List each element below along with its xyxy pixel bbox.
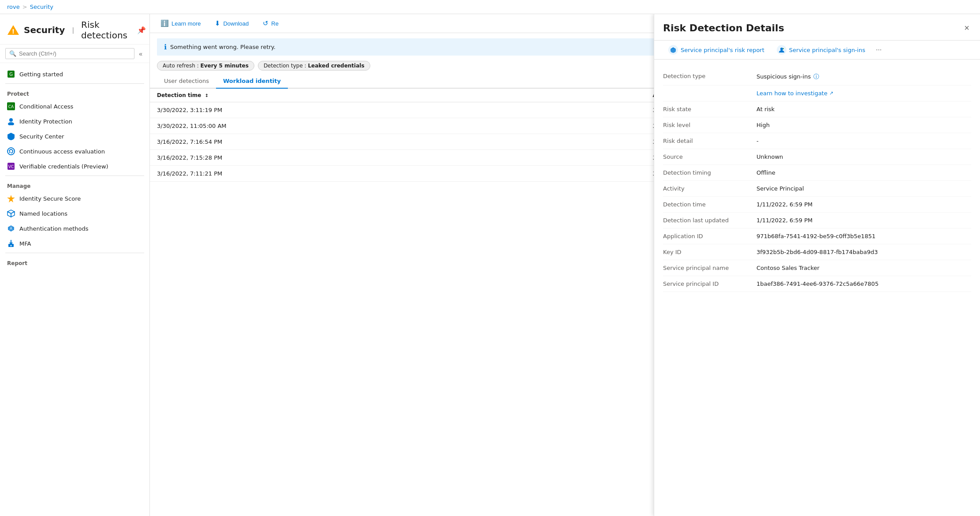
detail-field-value: 1/11/2022, 6:59 PM	[756, 201, 971, 208]
filter-tag-detection-type[interactable]: Detection type : Leaked credentials	[258, 61, 370, 71]
sidebar-nav: G Getting started Protect CA Conditional…	[0, 63, 149, 516]
detection-time-cell[interactable]: 3/30/2022, 11:05:00 AM	[150, 118, 646, 134]
identity-secure-score-icon	[7, 194, 15, 202]
sidebar-item-named-locations[interactable]: Named locations	[0, 206, 149, 221]
refresh-button[interactable]: ↺ Re	[259, 18, 282, 29]
identity-protection-icon	[7, 117, 15, 125]
sidebar-item-label: Verifiable credentials (Preview)	[19, 163, 108, 170]
sidebar-item-verifiable-credentials[interactable]: VC Verifiable credentials (Preview)	[0, 159, 149, 174]
detection-time-cell[interactable]: 3/16/2022, 7:16:54 PM	[150, 134, 646, 150]
detail-field-label: Service principal name	[663, 265, 751, 271]
detail-field-value: 1/11/2022, 6:59 PM	[756, 217, 971, 224]
sidebar-item-label: Continuous access evaluation	[19, 148, 105, 155]
sidebar-item-getting-started[interactable]: G Getting started	[0, 67, 149, 82]
info-icon[interactable]: ⓘ	[813, 73, 819, 80]
breadcrumb-current[interactable]: Security	[30, 4, 53, 10]
detail-field-label: Key ID	[663, 249, 751, 255]
getting-started-icon: G	[7, 70, 15, 78]
detail-field-row: Risk levelHigh	[663, 117, 971, 133]
collapse-sidebar-button[interactable]: «	[137, 49, 144, 59]
mfa-icon	[7, 239, 15, 247]
tab-user-detections[interactable]: User detections	[157, 74, 216, 89]
pin-button[interactable]: 📌	[135, 25, 148, 35]
sidebar-item-conditional-access[interactable]: CA Conditional Access	[0, 99, 149, 114]
learn-more-button[interactable]: ℹ️ Learn more	[157, 18, 204, 29]
breadcrumb-separator: >	[22, 4, 27, 10]
external-link-icon: ↗	[829, 90, 833, 96]
svg-point-8	[7, 148, 15, 155]
svg-point-6	[9, 118, 13, 122]
svg-marker-15	[11, 212, 15, 217]
sidebar-item-label: Conditional Access	[19, 103, 73, 110]
sidebar-item-mfa[interactable]: MFA	[0, 236, 149, 251]
detail-field-row: Risk detail-	[663, 133, 971, 149]
detail-title: Risk Detection Details	[663, 22, 784, 34]
sign-ins-icon	[777, 45, 786, 55]
detail-field-row: ActivityService Principal	[663, 181, 971, 197]
detail-field-row: Service principal ID1baef386-7491-4ee6-9…	[663, 276, 971, 292]
search-icon: 🔍	[9, 50, 16, 57]
detail-field-value: -	[756, 138, 971, 144]
svg-text:!: !	[12, 28, 15, 35]
detail-content: Detection typeSuspicious sign-insⓘLearn …	[654, 60, 980, 516]
filter-tag-refresh[interactable]: Auto refresh : Every 5 minutes	[157, 61, 254, 71]
detection-time-cell[interactable]: 3/16/2022, 7:15:28 PM	[150, 150, 646, 166]
detail-tab-sign-ins[interactable]: Service principal's sign-ins	[771, 41, 871, 59]
detail-field-row: Detection last updated1/11/2022, 6:59 PM	[663, 213, 971, 228]
breadcrumb: rove > Security	[0, 0, 980, 14]
page-subtitle: Risk detections	[81, 19, 127, 41]
detail-field-value[interactable]: Learn how to investigate ↗	[756, 90, 971, 97]
security-center-icon	[7, 132, 15, 140]
verifiable-credentials-icon: VC	[7, 162, 15, 170]
svg-point-7	[8, 122, 14, 125]
detection-time-cell[interactable]: 3/30/2022, 3:11:19 PM	[150, 102, 646, 118]
detail-tabs: Service principal's risk report Service …	[654, 41, 980, 60]
detail-field-label: Detection timing	[663, 169, 751, 176]
breadcrumb-parent[interactable]: rove	[7, 4, 20, 10]
detail-field-value: 3f932b5b-2bd6-4d09-8817-fb174baba9d3	[756, 249, 971, 255]
sidebar-item-security-center[interactable]: Security Center	[0, 129, 149, 144]
search-input[interactable]	[19, 50, 130, 57]
detection-time-cell[interactable]: 3/16/2022, 7:11:21 PM	[150, 166, 646, 182]
download-button[interactable]: ⬇ Download	[211, 18, 252, 29]
detail-field-row: Detection typeSuspicious sign-insⓘ	[663, 68, 971, 86]
svg-marker-9	[9, 151, 11, 153]
svg-text:A: A	[10, 227, 12, 231]
detail-field-row: Learn how to investigate ↗	[663, 86, 971, 101]
tab-workload-identity[interactable]: Workload identity	[216, 74, 288, 89]
sidebar: ! Security | Risk detections 📌 ··· 🔍 «	[0, 14, 150, 516]
svg-marker-14	[7, 212, 11, 217]
detail-field-row: Service principal nameContoso Sales Trac…	[663, 260, 971, 276]
sidebar-item-label: Authentication methods	[19, 225, 89, 232]
detail-field-value: 1baef386-7491-4ee6-9376-72c5a66e7805	[756, 280, 971, 287]
detail-field-label: Detection time	[663, 201, 751, 208]
detail-tab-risk-report[interactable]: Service principal's risk report	[663, 41, 770, 59]
detail-tabs-more-button[interactable]: ···	[874, 42, 883, 57]
detail-field-value: Unknown	[756, 153, 971, 160]
svg-point-19	[11, 245, 12, 247]
protect-divider	[5, 83, 144, 84]
detail-panel: Risk Detection Details × Service princip…	[654, 14, 980, 516]
sidebar-item-identity-protection[interactable]: Identity Protection	[0, 114, 149, 129]
download-icon: ⬇	[215, 19, 220, 27]
sort-icon: ↕	[205, 93, 209, 98]
sidebar-item-label: Identity Secure Score	[19, 195, 81, 202]
svg-text:G: G	[9, 72, 13, 77]
sidebar-item-continuous-access[interactable]: Continuous access evaluation	[0, 144, 149, 159]
detail-field-row: Application ID971b68fa-7541-4192-be59-c0…	[663, 228, 971, 244]
sidebar-item-identity-secure-score[interactable]: Identity Secure Score	[0, 191, 149, 206]
detail-field-label: Source	[663, 153, 751, 160]
sidebar-item-authentication-methods[interactable]: A Authentication methods	[0, 221, 149, 236]
authentication-methods-icon: A	[7, 224, 15, 232]
detail-field-value: Offline	[756, 169, 971, 176]
detail-field-value: Service Principal	[756, 185, 971, 192]
detail-close-button[interactable]: ×	[962, 21, 971, 35]
detail-field-value: Suspicious sign-insⓘ	[756, 73, 971, 81]
info-icon: ℹ️	[160, 19, 169, 27]
sidebar-item-label: MFA	[19, 240, 31, 247]
detail-field-label: Service principal ID	[663, 280, 751, 287]
column-detection-time[interactable]: Detection time ↕	[150, 89, 646, 102]
svg-text:VC: VC	[8, 165, 14, 169]
manage-divider	[5, 176, 144, 176]
detail-field-label: Detection last updated	[663, 217, 751, 224]
